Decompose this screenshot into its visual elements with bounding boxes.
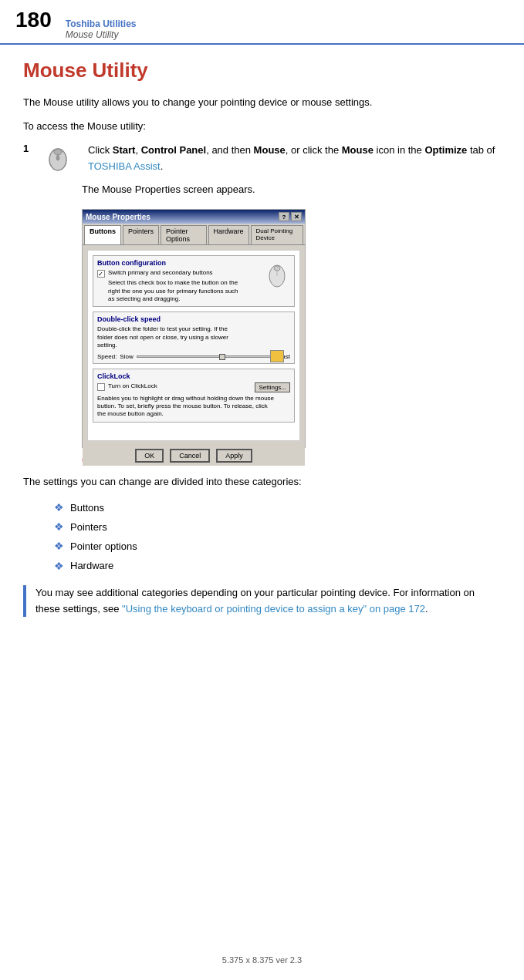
ss-checkbox3-label: Turn on ClickLock bbox=[108, 382, 157, 390]
footer-text: 5.375 x 8.375 ver 2.3 bbox=[222, 955, 302, 965]
tab-pointers: Pointers bbox=[123, 225, 159, 244]
ss-ok-button: OK bbox=[135, 449, 164, 463]
ss-slider-thumb bbox=[219, 354, 225, 360]
category-3: Pointer options bbox=[70, 537, 137, 555]
ss-checkbox1 bbox=[97, 270, 105, 278]
ss-checkbox-row1: Switch primary and secondary buttons bbox=[97, 269, 290, 278]
main-content: Mouse Utility The Mouse utility allows y… bbox=[0, 45, 524, 649]
side-note: You may see additional categories depend… bbox=[23, 585, 501, 618]
ss-checkbox1-label: Switch primary and secondary buttons bbox=[108, 269, 213, 277]
after-step-text: The Mouse Properties screen appears. bbox=[82, 182, 501, 198]
page-footer: 5.375 x 8.375 ver 2.3 bbox=[0, 955, 524, 965]
screenshot-footer: OK Cancel Apply bbox=[83, 446, 305, 466]
footer-note: You may see additional categories depend… bbox=[35, 585, 501, 618]
ss-button-config: Button configuration Switch primary and … bbox=[93, 255, 295, 307]
tab-dual: Dual Pointing Device bbox=[251, 225, 303, 244]
screenshot-titlebar: Mouse Properties ? ✕ bbox=[83, 210, 305, 224]
ss-settings-button: Settings... bbox=[255, 382, 290, 392]
ss-apply-button: Apply bbox=[216, 449, 252, 463]
svg-point-3 bbox=[56, 156, 59, 160]
list-item-buttons: ❖ Buttons bbox=[54, 498, 501, 517]
settings-intro: The settings you can change are divided … bbox=[23, 474, 501, 490]
screenshot-area: Mouse Properties ? ✕ Buttons Pointers Po… bbox=[82, 209, 501, 463]
ss-section1-title: Button configuration bbox=[97, 259, 290, 267]
ss-mouse-graphic bbox=[266, 261, 288, 290]
ss-section3-desc: Enables you to highlight or drag without… bbox=[97, 395, 290, 419]
ss-section3-title: ClickLock bbox=[97, 372, 290, 380]
step-icon bbox=[43, 143, 82, 174]
toshiba-assist-link[interactable]: TOSHIBA Assist bbox=[88, 160, 161, 172]
page-number: 180 bbox=[15, 8, 52, 32]
access-label: To access the Mouse utility: bbox=[23, 119, 501, 135]
list-item-pointer-options: ❖ Pointer options bbox=[54, 537, 501, 556]
ss-checkbox-row3: Turn on ClickLock bbox=[97, 382, 157, 391]
step-1-row: 1 Click Start, Control Panel, and then M… bbox=[23, 143, 501, 175]
ss-folder-icon bbox=[270, 350, 284, 362]
ss-slider bbox=[137, 355, 276, 358]
bullet-icon-2: ❖ bbox=[54, 517, 64, 537]
svg-point-2 bbox=[54, 149, 62, 155]
bullet-icon-4: ❖ bbox=[54, 557, 64, 576]
ss-cancel-button: Cancel bbox=[170, 449, 210, 463]
mouse-properties-screenshot: Mouse Properties ? ✕ Buttons Pointers Po… bbox=[82, 209, 306, 448]
screenshot-tabs: Buttons Pointers Pointer Options Hardwar… bbox=[83, 224, 305, 245]
category-1: Buttons bbox=[70, 499, 104, 517]
screenshot-body: Button configuration Switch primary and … bbox=[87, 250, 300, 441]
page-title: Mouse Utility bbox=[23, 59, 501, 83]
ss-slider-row: Speed: Slow Fast bbox=[97, 353, 290, 360]
step-1-text: Click Start, Control Panel, and then Mou… bbox=[88, 143, 501, 175]
tab-hardware: Hardware bbox=[208, 225, 249, 244]
ss-dblclick: Double-click speed Double-click the fold… bbox=[93, 312, 295, 363]
categories-list: ❖ Buttons ❖ Pointers ❖ Pointer options ❖… bbox=[54, 498, 501, 576]
tab-buttons: Buttons bbox=[84, 225, 121, 244]
bullet-icon-1: ❖ bbox=[54, 498, 64, 517]
header-section-title: Toshiba Utilities bbox=[66, 19, 137, 29]
tab-pointer-options: Pointer Options bbox=[161, 225, 207, 244]
ss-checkbox3 bbox=[97, 383, 105, 391]
ss-section2-title: Double-click speed bbox=[97, 315, 290, 323]
titlebar-controls: ? ✕ bbox=[279, 212, 302, 221]
ss-slow-label: Slow bbox=[120, 353, 133, 360]
keyboard-link[interactable]: "Using the keyboard or pointing device t… bbox=[122, 603, 425, 615]
ss-clicklock: ClickLock Turn on ClickLock Settings... … bbox=[93, 369, 295, 423]
page-header: 180 Toshiba Utilities Mouse Utility bbox=[0, 0, 524, 45]
help-btn: ? bbox=[279, 212, 289, 221]
ss-section1-desc: Select this check box to make the button… bbox=[108, 279, 290, 303]
header-section: Toshiba Utilities Mouse Utility bbox=[66, 19, 137, 40]
close-btn: ✕ bbox=[291, 212, 302, 221]
ss-section2-desc: Double-click the folder to test your set… bbox=[97, 325, 290, 349]
intro-paragraph: The Mouse utility allows you to change y… bbox=[23, 95, 501, 111]
list-item-pointers: ❖ Pointers bbox=[54, 517, 501, 537]
svg-point-6 bbox=[274, 266, 280, 271]
category-2: Pointers bbox=[70, 518, 107, 536]
screenshot-title: Mouse Properties bbox=[86, 213, 150, 221]
category-4: Hardware bbox=[70, 557, 113, 574]
bullet-icon-3: ❖ bbox=[54, 537, 64, 556]
ss-speed-label: Speed: bbox=[97, 353, 117, 360]
step-number: 1 bbox=[23, 143, 39, 154]
header-section-sub: Mouse Utility bbox=[66, 29, 137, 40]
list-item-hardware: ❖ Hardware bbox=[54, 557, 501, 576]
